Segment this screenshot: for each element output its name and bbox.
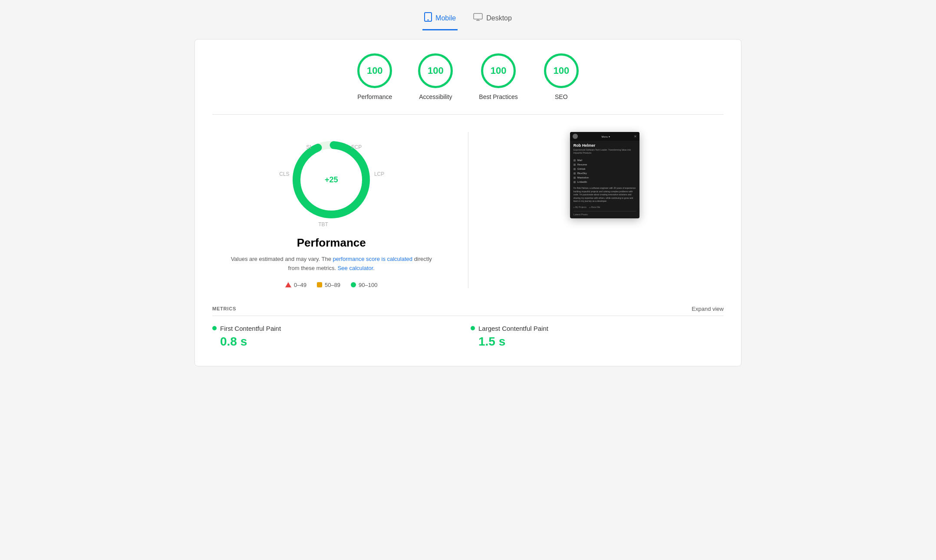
phone-links: » My Projects » About Me	[573, 206, 636, 208]
phone-nav-dot-linkedin	[573, 181, 576, 183]
phone-nav-dot-github	[573, 168, 576, 170]
phone-nav-mail: Mail	[573, 158, 636, 162]
vertical-divider	[468, 132, 468, 288]
legend-orange-range: 50–89	[325, 282, 340, 288]
phone-content: Rob Helmer Experienced Software Tech Lea…	[570, 141, 639, 218]
score-circle-seo: 100	[544, 53, 579, 88]
metric-lcp: Largest Contentful Paint 1.5 s	[465, 325, 724, 349]
phone-link-about: » About Me	[589, 206, 600, 208]
metric-lcp-name-row: Largest Contentful Paint	[471, 325, 718, 332]
phone-nav-dot-bluesky	[573, 172, 576, 175]
gauge-label-fcp: FCP	[351, 144, 362, 150]
score-accessibility: 100 Accessibility	[418, 53, 453, 100]
performance-title: Performance	[297, 236, 366, 250]
metrics-section-label: METRICS	[212, 306, 236, 311]
metrics-row: First Contentful Paint 0.8 s Largest Con…	[212, 325, 724, 349]
score-circle-accessibility: 100	[418, 53, 453, 88]
phone-avatar-icon	[573, 134, 578, 139]
tab-desktop-label: Desktop	[486, 14, 512, 22]
tab-mobile-label: Mobile	[435, 14, 456, 22]
phone-preview: Menu ▾ ✕ Rob Helmer Experienced Software…	[570, 132, 639, 218]
score-label-accessibility: Accessibility	[419, 93, 452, 100]
score-best-practices: 100 Best Practices	[479, 53, 517, 100]
phone-menu-label: Menu ▾	[601, 135, 610, 138]
metric-fcp-value: 0.8 s	[212, 335, 460, 349]
phone-bio: I'm Rob Helmer, a software engineer with…	[573, 187, 636, 203]
legend-triangle-icon	[285, 282, 291, 287]
legend-row: 0–49 50–89 90–100	[285, 282, 377, 288]
score-performance: 100 Performance	[357, 53, 392, 100]
phone-nav-github: GitHub	[573, 167, 636, 171]
score-circle-best-practices: 100	[481, 53, 516, 88]
phone-nav-linkedin-label: LinkedIn	[577, 181, 587, 183]
phone-nav-resume: Resume	[573, 162, 636, 167]
phone-nav-dot-mastodon	[573, 177, 576, 179]
legend-green: 90–100	[351, 282, 377, 288]
performance-gauge: SI FCP LCP TBT CLS +25	[283, 132, 379, 227]
score-circle-performance: 100	[357, 53, 392, 88]
phone-close-icon: ✕	[634, 135, 637, 138]
legend-square-icon	[317, 282, 322, 287]
gauge-label-tbt: TBT	[318, 221, 328, 227]
gauge-label-si: SI	[306, 144, 311, 150]
desktop-icon	[473, 13, 483, 23]
metric-lcp-dot	[471, 326, 475, 330]
main-card: 100 Performance 100 Accessibility 100 Be…	[194, 39, 742, 366]
phone-name: Rob Helmer	[573, 143, 636, 148]
legend-green-range: 90–100	[359, 282, 377, 288]
metric-fcp: First Contentful Paint 0.8 s	[212, 325, 465, 349]
perf-score-link[interactable]: performance score is calculated	[333, 256, 413, 262]
legend-circle-icon	[351, 282, 356, 287]
tab-desktop[interactable]: Desktop	[471, 10, 514, 30]
phone-latest-posts: Latest Posts	[573, 211, 636, 216]
preview-container: Menu ▾ ✕ Rob Helmer Experienced Software…	[486, 132, 724, 218]
metric-lcp-value: 1.5 s	[471, 335, 718, 349]
tab-mobile[interactable]: Mobile	[422, 9, 458, 30]
phone-nav-mastodon: Mastodon	[573, 175, 636, 180]
phone-link-projects: » My Projects	[573, 206, 587, 208]
phone-nav-dot-resume	[573, 164, 576, 166]
metric-fcp-name-row: First Contentful Paint	[212, 325, 460, 332]
phone-nav-mail-label: Mail	[577, 159, 582, 161]
performance-description: Values are estimated and may vary. The p…	[227, 255, 435, 273]
gauge-center-value: +25	[325, 175, 338, 184]
svg-rect-2	[474, 13, 482, 19]
perf-left: SI FCP LCP TBT CLS +25 Performance Value…	[212, 132, 451, 288]
scores-row: 100 Performance 100 Accessibility 100 Be…	[212, 53, 724, 100]
score-seo: 100 SEO	[544, 53, 579, 100]
metric-fcp-label: First Contentful Paint	[220, 325, 281, 332]
phone-nav-list: Mail Resume GitHub BlueSky	[573, 158, 636, 184]
metric-lcp-label: Largest Contentful Paint	[478, 325, 548, 332]
mobile-icon	[424, 12, 432, 24]
score-label-seo: SEO	[555, 93, 568, 100]
phone-nav-github-label: GitHub	[577, 168, 586, 170]
performance-section: SI FCP LCP TBT CLS +25 Performance Value…	[212, 132, 724, 288]
phone-subtitle: Experienced Software Tech Leader. Transf…	[573, 148, 636, 155]
gauge-label-lcp: LCP	[374, 171, 384, 177]
score-label-performance: Performance	[357, 93, 392, 100]
phone-nav-resume-label: Resume	[577, 163, 587, 166]
phone-nav-bluesky: BlueSky	[573, 171, 636, 175]
gauge-label-cls: CLS	[279, 171, 289, 177]
metrics-header: METRICS Expand view	[212, 306, 724, 316]
legend-red-range: 0–49	[294, 282, 307, 288]
expand-view-button[interactable]: Expand view	[692, 306, 724, 312]
perf-desc-end: .	[373, 265, 375, 271]
phone-header: Menu ▾ ✕	[570, 132, 639, 141]
phone-nav-linkedin: LinkedIn	[573, 180, 636, 184]
legend-orange: 50–89	[317, 282, 340, 288]
phone-nav-dot-mail	[573, 159, 576, 161]
phone-nav-mastodon-label: Mastodon	[577, 176, 589, 179]
metric-fcp-dot	[212, 326, 217, 330]
section-divider	[212, 114, 724, 115]
score-label-best-practices: Best Practices	[479, 93, 517, 100]
tab-bar: Mobile Desktop	[422, 9, 514, 30]
phone-nav-bluesky-label: BlueSky	[577, 172, 587, 175]
svg-rect-1	[427, 20, 429, 20]
legend-red: 0–49	[285, 282, 307, 288]
perf-desc-static: Values are estimated and may vary. The	[231, 256, 333, 262]
perf-calculator-link[interactable]: See calculator	[338, 265, 373, 271]
